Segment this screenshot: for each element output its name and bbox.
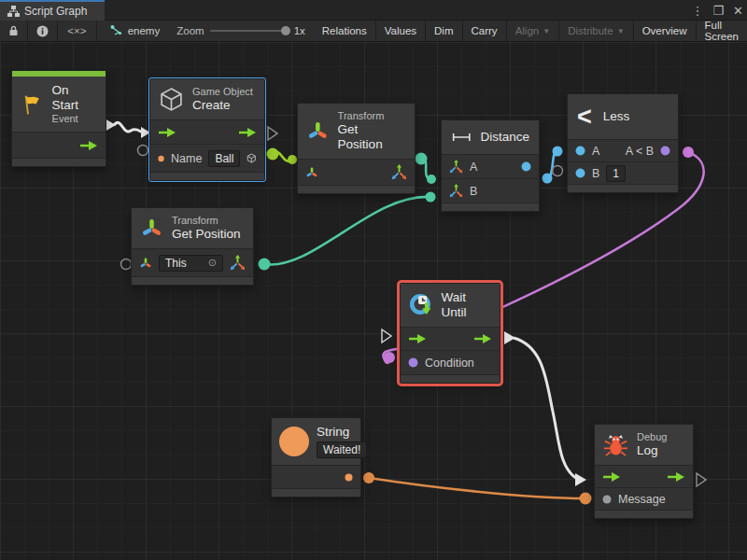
flow-output-port[interactable] — [667, 471, 685, 483]
node-get-position-top[interactable]: Transform Get Position — [297, 103, 416, 194]
flow-wire-end-arrow — [575, 473, 586, 486]
unconnected-flow-triangle[interactable] — [382, 329, 391, 343]
wait-clock-icon — [409, 291, 435, 319]
gameobject-output-dot[interactable] — [267, 148, 279, 161]
node-footer — [272, 489, 360, 497]
target-value: This — [165, 257, 187, 270]
flow-output-port[interactable] — [79, 140, 98, 151]
lock-button[interactable] — [0, 21, 28, 41]
overview-button[interactable]: Overview — [634, 21, 697, 41]
code-view-label: <×> — [67, 25, 86, 36]
object-picker-icon[interactable]: ⊙ — [208, 257, 217, 269]
string-input-dot[interactable] — [580, 493, 592, 505]
port-label: Condition — [425, 357, 474, 370]
script-graph-window: Script Graph ⋮ ❐ ✕ <×> — [0, 0, 747, 560]
carry-button[interactable]: Carry — [463, 21, 507, 41]
vector3-input-port[interactable] — [449, 160, 463, 174]
gameobject-input-dot[interactable] — [288, 155, 297, 164]
transform-icon — [140, 217, 163, 241]
zoom-value: 1x — [294, 25, 305, 36]
string-input-port[interactable] — [158, 154, 164, 163]
node-distance[interactable]: Distance A B — [441, 119, 540, 212]
node-footer — [568, 185, 678, 192]
info-button[interactable] — [28, 21, 58, 41]
zoom-slider[interactable] — [210, 30, 289, 32]
target-value-field[interactable]: This ⊙ — [159, 255, 223, 272]
vector-output-dot[interactable] — [259, 259, 271, 271]
node-debug-log[interactable]: Debug Log Message — [594, 424, 694, 519]
flow-output-port[interactable] — [473, 333, 492, 344]
full-screen-label: Full Screen — [705, 20, 739, 42]
unconnected-port-circle[interactable] — [553, 166, 563, 176]
flow-output-port[interactable] — [238, 127, 257, 138]
node-subtitle: Event — [52, 113, 96, 125]
wire-getpositiontop-to-distance-a — [421, 159, 431, 179]
flow-input-port[interactable] — [602, 471, 621, 483]
message-input-port[interactable] — [602, 495, 612, 504]
node-footer — [595, 511, 693, 518]
node-on-start[interactable]: On Start Event — [11, 70, 106, 167]
flow-input-port[interactable] — [158, 127, 176, 138]
values-label: Values — [385, 25, 416, 36]
bool-input-dot[interactable] — [384, 352, 395, 363]
vector-input-dot[interactable] — [427, 175, 436, 184]
vector3-output-port[interactable] — [230, 255, 246, 271]
float-input-dot[interactable] — [553, 147, 563, 157]
vector3-input-port[interactable] — [449, 184, 463, 198]
chevron-down-icon: ▼ — [543, 27, 550, 35]
string-output-dot[interactable] — [363, 472, 374, 483]
string-value-field[interactable]: Waited! — [317, 441, 367, 458]
node-create[interactable]: Game Object Create Name — [149, 78, 265, 181]
float-input-port[interactable] — [575, 146, 585, 156]
string-output-port[interactable] — [345, 473, 353, 482]
flow-wire-start-arrow — [504, 331, 515, 344]
bool-output-port[interactable] — [660, 146, 670, 156]
zoom-label: Zoom — [176, 25, 204, 36]
code-view-toggle[interactable]: <×> — [58, 21, 97, 41]
vector-input-dot[interactable] — [426, 192, 436, 203]
unconnected-flow-triangle[interactable] — [268, 127, 277, 140]
name-value-field[interactable]: Ball — [208, 150, 240, 167]
graph-breadcrumb[interactable]: enemy — [97, 21, 169, 41]
float-output-dot[interactable] — [543, 174, 553, 184]
node-get-position-bottom[interactable]: Transform Get Position This ⊙ — [131, 207, 254, 286]
unconnected-port-circle[interactable] — [121, 259, 132, 270]
vector-output-dot[interactable] — [416, 153, 428, 165]
node-title: Get Position — [172, 227, 241, 242]
node-title: Log — [637, 443, 667, 458]
values-button[interactable]: Values — [376, 21, 426, 41]
port-label: A — [470, 161, 477, 174]
node-title: Distance — [480, 130, 529, 145]
vector3-output-port[interactable] — [391, 164, 407, 180]
maximize-icon[interactable]: ❐ — [712, 4, 724, 18]
node-less[interactable]: < Less A A < B B 1 — [567, 93, 679, 193]
tab-script-graph[interactable]: Script Graph — [0, 0, 105, 21]
bool-output-dot[interactable] — [683, 147, 694, 158]
flow-input-port[interactable] — [408, 333, 427, 344]
dim-button[interactable]: Dim — [426, 21, 462, 41]
window-menu-icon[interactable]: ⋮ — [691, 4, 703, 18]
float-input-port[interactable] — [575, 168, 585, 178]
unconnected-port-circle[interactable] — [138, 146, 148, 156]
string-icon — [279, 427, 309, 456]
align-dropdown[interactable]: Align▼ — [507, 21, 560, 41]
unconnected-flow-triangle[interactable] — [697, 473, 706, 486]
node-category: Game Object — [192, 86, 253, 98]
full-screen-button[interactable]: Full Screen — [697, 21, 747, 41]
node-string[interactable]: String Waited! — [271, 417, 361, 497]
node-category: Transform — [338, 110, 405, 122]
node-title: String — [317, 425, 367, 440]
transform-input-port[interactable] — [139, 257, 152, 270]
b-value-field[interactable]: 1 — [606, 165, 626, 182]
node-wait-until[interactable]: Wait Until Condition — [400, 283, 500, 384]
distribute-dropdown[interactable]: Distribute▼ — [559, 21, 634, 41]
transform-input-port[interactable] — [305, 166, 318, 179]
close-icon[interactable]: ✕ — [733, 4, 743, 18]
graph-canvas[interactable]: On Start Event Game Ob — [0, 42, 747, 560]
zoom-slider-handle[interactable] — [281, 26, 290, 35]
distribute-label: Distribute — [568, 25, 613, 36]
bool-input-port[interactable] — [408, 357, 418, 368]
relations-button[interactable]: Relations — [314, 21, 376, 41]
float-output-port[interactable] — [521, 161, 531, 172]
port-label: B — [470, 185, 477, 198]
